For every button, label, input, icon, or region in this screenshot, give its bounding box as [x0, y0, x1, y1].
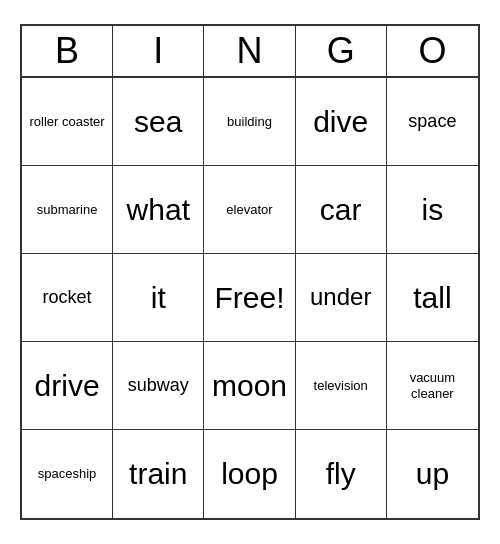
- cell-text: building: [227, 114, 272, 130]
- bingo-cell: vacuum cleaner: [387, 342, 478, 430]
- cell-text: fly: [326, 456, 356, 492]
- cell-text: drive: [35, 368, 100, 404]
- bingo-cell: spaceship: [22, 430, 113, 518]
- bingo-cell: what: [113, 166, 204, 254]
- cell-text: spaceship: [38, 466, 97, 482]
- bingo-cell: roller coaster: [22, 78, 113, 166]
- bingo-cell: rocket: [22, 254, 113, 342]
- bingo-grid: roller coasterseabuildingdivespacesubmar…: [22, 78, 478, 518]
- bingo-cell: tall: [387, 254, 478, 342]
- cell-text: television: [314, 378, 368, 394]
- header-letter: I: [113, 26, 204, 76]
- cell-text: train: [129, 456, 187, 492]
- header-letter: N: [204, 26, 295, 76]
- cell-text: it: [151, 280, 166, 316]
- cell-text: up: [416, 456, 449, 492]
- cell-text: subway: [128, 375, 189, 397]
- bingo-cell: drive: [22, 342, 113, 430]
- cell-text: vacuum cleaner: [391, 370, 474, 401]
- bingo-card: BINGO roller coasterseabuildingdivespace…: [20, 24, 480, 520]
- bingo-cell: moon: [204, 342, 295, 430]
- cell-text: elevator: [226, 202, 272, 218]
- bingo-cell: up: [387, 430, 478, 518]
- bingo-cell: train: [113, 430, 204, 518]
- cell-text: roller coaster: [30, 114, 105, 130]
- cell-text: car: [320, 192, 362, 228]
- bingo-cell: car: [296, 166, 387, 254]
- cell-text: under: [310, 283, 371, 312]
- cell-text: loop: [221, 456, 278, 492]
- bingo-header: BINGO: [22, 26, 478, 78]
- bingo-cell: submarine: [22, 166, 113, 254]
- cell-text: dive: [313, 104, 368, 140]
- bingo-cell: television: [296, 342, 387, 430]
- bingo-cell: under: [296, 254, 387, 342]
- bingo-cell: sea: [113, 78, 204, 166]
- header-letter: O: [387, 26, 478, 76]
- bingo-cell: it: [113, 254, 204, 342]
- bingo-cell: dive: [296, 78, 387, 166]
- bingo-cell: building: [204, 78, 295, 166]
- bingo-cell: Free!: [204, 254, 295, 342]
- bingo-cell: is: [387, 166, 478, 254]
- header-letter: G: [296, 26, 387, 76]
- header-letter: B: [22, 26, 113, 76]
- cell-text: what: [127, 192, 190, 228]
- cell-text: sea: [134, 104, 182, 140]
- bingo-cell: space: [387, 78, 478, 166]
- bingo-cell: subway: [113, 342, 204, 430]
- cell-text: submarine: [37, 202, 98, 218]
- cell-text: space: [408, 111, 456, 133]
- cell-text: rocket: [43, 287, 92, 309]
- bingo-cell: loop: [204, 430, 295, 518]
- cell-text: moon: [212, 368, 287, 404]
- cell-text: is: [422, 192, 444, 228]
- bingo-cell: fly: [296, 430, 387, 518]
- bingo-cell: elevator: [204, 166, 295, 254]
- cell-text: Free!: [214, 280, 284, 316]
- cell-text: tall: [413, 280, 451, 316]
